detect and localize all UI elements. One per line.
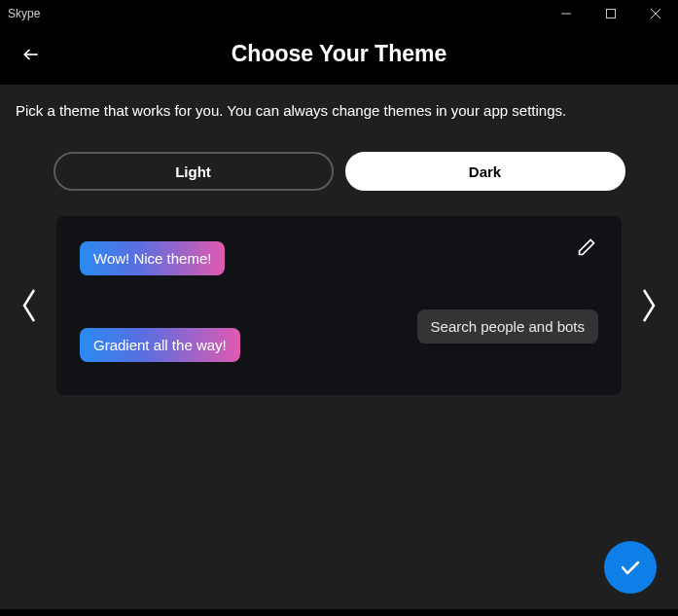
preview-message-1: Wow! Nice theme! [80, 241, 225, 275]
preview-search-pill: Search people and bots [417, 309, 598, 344]
window-maximize-button[interactable] [589, 0, 633, 27]
window-close-button[interactable] [633, 0, 678, 27]
page-title: Choose Your Theme [0, 41, 678, 67]
theme-option-light[interactable]: Light [54, 152, 334, 191]
svg-rect-1 [607, 10, 616, 18]
theme-segmented-control: Light Dark [54, 152, 625, 191]
theme-preview-card: Wow! Nice theme! Gradient all the way! S… [56, 216, 622, 395]
window-minimize-button[interactable] [544, 0, 589, 27]
theme-option-dark[interactable]: Dark [345, 152, 625, 191]
preview-next-button[interactable] [635, 286, 662, 325]
back-button[interactable] [21, 45, 41, 68]
titlebar: Skype [0, 0, 678, 27]
confirm-button[interactable] [604, 541, 657, 594]
content: Pick a theme that works for you. You can… [0, 85, 678, 609]
header: Choose Your Theme [0, 27, 678, 85]
app-name: Skype [8, 7, 40, 20]
preview-message-2: Gradient all the way! [80, 328, 240, 362]
subtitle: Pick a theme that works for you. You can… [16, 102, 662, 119]
edit-icon[interactable] [577, 237, 596, 261]
preview-prev-button[interactable] [16, 286, 43, 325]
